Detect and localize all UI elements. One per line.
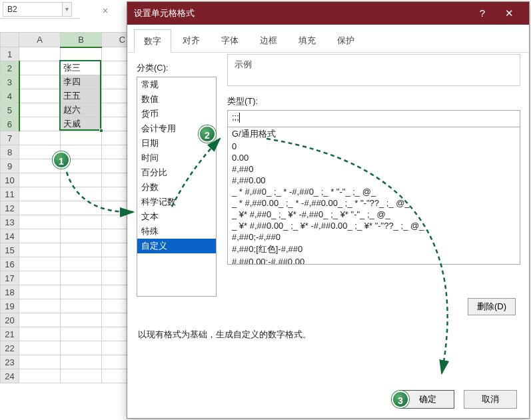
type-option[interactable]: G/通用格式 bbox=[228, 127, 520, 141]
cancel-button[interactable]: 取消 bbox=[464, 390, 517, 409]
category-item[interactable]: 常规 bbox=[137, 77, 216, 92]
cell[interactable] bbox=[19, 103, 61, 117]
row-header[interactable]: 24 bbox=[1, 369, 19, 383]
type-list[interactable]: G/通用格式00.00#,##0#,##0.00_ * #,##0_ ;_ * … bbox=[227, 127, 520, 265]
row-header[interactable]: 11 bbox=[1, 187, 19, 201]
type-option[interactable]: 0 bbox=[228, 141, 520, 152]
row-header[interactable]: 18 bbox=[1, 285, 19, 299]
type-option[interactable]: #,##0 bbox=[228, 163, 520, 175]
cell[interactable] bbox=[19, 61, 61, 75]
tab-填充[interactable]: 填充 bbox=[288, 29, 326, 52]
name-box-dropdown[interactable]: ▾ bbox=[63, 2, 72, 17]
cell[interactable]: 天威 bbox=[61, 117, 102, 131]
row-header[interactable]: 15 bbox=[1, 243, 19, 257]
cell[interactable] bbox=[19, 271, 61, 285]
cell[interactable]: 李四 bbox=[61, 75, 102, 89]
spreadsheet-grid[interactable]: ABC12张三3李四4王五5赵六6天威789101112131415161718… bbox=[0, 32, 143, 383]
type-option[interactable]: _ ¥* #,##0.00_ ;_ ¥* -#,##0.00_ ;_ ¥* "-… bbox=[228, 220, 520, 231]
close-button[interactable]: ✕ bbox=[496, 2, 522, 25]
type-option[interactable]: #,##0;-#,##0 bbox=[228, 231, 520, 243]
row-header[interactable]: 6 bbox=[1, 117, 19, 131]
category-item[interactable]: 百分比 bbox=[137, 165, 216, 180]
cell[interactable] bbox=[61, 369, 102, 383]
close-icon[interactable]: × bbox=[100, 5, 111, 16]
cell[interactable] bbox=[19, 215, 61, 229]
dialog-titlebar[interactable]: 设置单元格格式 ? ✕ bbox=[127, 2, 529, 25]
cell[interactable]: 张三 bbox=[61, 61, 102, 75]
type-option[interactable]: #,##0.00 bbox=[228, 175, 520, 186]
type-input[interactable]: ;;; bbox=[227, 110, 520, 127]
category-list[interactable]: 常规数值货币会计专用日期时间百分比分数科学记数文本特殊自定义 bbox=[137, 77, 217, 297]
row-header[interactable]: 16 bbox=[1, 257, 19, 271]
tab-边框[interactable]: 边框 bbox=[250, 29, 287, 52]
cell[interactable]: 赵六 bbox=[61, 103, 102, 117]
cell[interactable]: 王五 bbox=[61, 89, 102, 103]
cell[interactable] bbox=[19, 187, 61, 201]
cell[interactable] bbox=[61, 187, 102, 201]
type-option[interactable]: 0.00 bbox=[228, 152, 520, 163]
cell[interactable] bbox=[61, 327, 102, 341]
cell[interactable] bbox=[61, 271, 102, 285]
category-item[interactable]: 分数 bbox=[137, 180, 216, 195]
type-option[interactable]: _ * #,##0.00_ ;_ * -#,##0.00_ ;_ * "-"??… bbox=[228, 197, 520, 209]
category-item[interactable]: 特殊 bbox=[137, 224, 216, 239]
type-option[interactable]: #,##0;[红色]-#,##0 bbox=[228, 243, 520, 256]
tab-对齐[interactable]: 对齐 bbox=[173, 29, 210, 52]
cell[interactable] bbox=[61, 243, 102, 257]
row-header[interactable]: 8 bbox=[1, 145, 19, 159]
cell[interactable] bbox=[61, 341, 102, 355]
cell[interactable] bbox=[19, 89, 61, 103]
row-header[interactable]: 2 bbox=[1, 61, 19, 75]
cell[interactable] bbox=[19, 257, 61, 271]
cell[interactable] bbox=[61, 313, 102, 327]
tab-字体[interactable]: 字体 bbox=[211, 29, 249, 52]
cell[interactable] bbox=[19, 313, 61, 327]
row-header[interactable]: 5 bbox=[1, 103, 19, 117]
name-box[interactable] bbox=[3, 2, 63, 17]
cell[interactable] bbox=[61, 201, 102, 215]
cell[interactable] bbox=[19, 117, 61, 131]
type-option[interactable]: #,##0.00;-#,##0.00 bbox=[228, 256, 520, 265]
tab-数字[interactable]: 数字 bbox=[134, 29, 171, 53]
type-option[interactable]: _ ¥* #,##0_ ;_ ¥* -#,##0_ ;_ ¥* "-"_ ;_ … bbox=[228, 209, 520, 220]
category-item[interactable]: 文本 bbox=[137, 209, 216, 224]
tab-保护[interactable]: 保护 bbox=[327, 29, 364, 52]
row-header[interactable]: 14 bbox=[1, 229, 19, 243]
cell[interactable] bbox=[19, 173, 61, 187]
row-header[interactable]: 12 bbox=[1, 201, 19, 215]
cell[interactable] bbox=[61, 47, 102, 61]
cell[interactable] bbox=[61, 131, 102, 145]
row-header[interactable]: 10 bbox=[1, 173, 19, 187]
row-header[interactable]: 3 bbox=[1, 75, 19, 89]
row-header[interactable]: 1 bbox=[1, 47, 19, 61]
cell[interactable] bbox=[61, 299, 102, 313]
category-item[interactable]: 货币 bbox=[137, 107, 216, 121]
row-header[interactable]: 17 bbox=[1, 271, 19, 285]
type-option[interactable]: _ * #,##0_ ;_ * -#,##0_ ;_ * "-"_ ;_ @_ bbox=[228, 186, 520, 197]
row-header[interactable]: 4 bbox=[1, 89, 19, 103]
select-all-corner[interactable] bbox=[1, 33, 19, 47]
cell[interactable] bbox=[19, 75, 61, 89]
row-header[interactable]: 19 bbox=[1, 299, 19, 313]
cell[interactable] bbox=[19, 229, 61, 243]
help-button[interactable]: ? bbox=[469, 2, 496, 25]
cell[interactable] bbox=[19, 327, 61, 341]
cell[interactable] bbox=[61, 173, 102, 187]
cell[interactable] bbox=[61, 215, 102, 229]
row-header[interactable]: 22 bbox=[1, 341, 19, 355]
category-item[interactable]: 科学记数 bbox=[137, 195, 216, 209]
cell[interactable] bbox=[19, 285, 61, 299]
cell[interactable] bbox=[19, 201, 61, 215]
row-header[interactable]: 13 bbox=[1, 215, 19, 229]
cell[interactable] bbox=[19, 355, 61, 369]
cell[interactable] bbox=[19, 341, 61, 355]
cell[interactable] bbox=[19, 243, 61, 257]
cell[interactable] bbox=[61, 355, 102, 369]
row-header[interactable]: 7 bbox=[1, 131, 19, 145]
row-header[interactable]: 21 bbox=[1, 327, 19, 341]
cell[interactable] bbox=[19, 47, 61, 61]
delete-button[interactable]: 删除(D) bbox=[468, 298, 516, 315]
ok-button[interactable]: 确定 bbox=[401, 390, 454, 409]
row-header[interactable]: 23 bbox=[1, 355, 19, 369]
column-header[interactable]: B bbox=[61, 33, 102, 47]
